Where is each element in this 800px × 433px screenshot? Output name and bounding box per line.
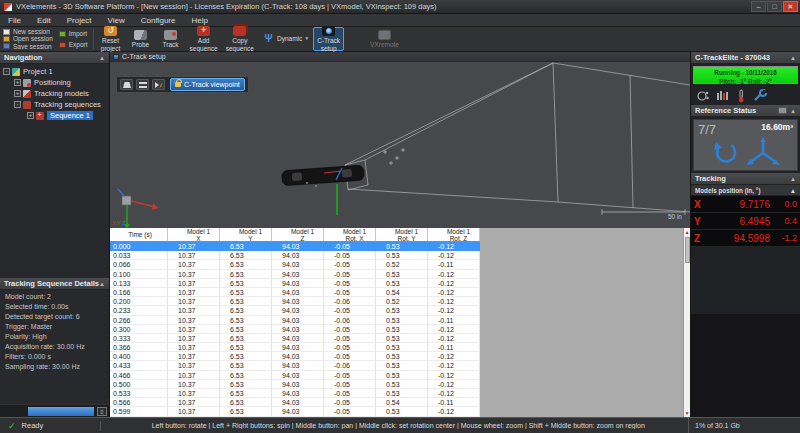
table-cell: 0.466	[110, 371, 168, 380]
tree-expander-icon[interactable]: +	[14, 79, 21, 86]
table-cell: 94.03	[272, 306, 324, 315]
table-scrollbar[interactable]: ▲ ▼	[683, 228, 690, 417]
column-header[interactable]: Model 1Y	[220, 228, 272, 241]
title-bar[interactable]: VXelements - 3D Software Platform - [New…	[0, 0, 800, 14]
c-track-viewpoint-button[interactable]: C-Track viewpoint	[170, 78, 245, 91]
table-row[interactable]: 0.53310.376.5394.03-0.050.53-0.12	[110, 389, 480, 398]
sidebar-item-project-1[interactable]: -Project 1	[0, 66, 109, 77]
targets-detection-icon[interactable]	[696, 89, 710, 103]
c-track-setup-button[interactable]: C-Track setup	[313, 27, 344, 51]
table-cell: 6.53	[220, 334, 272, 343]
table-row[interactable]: 0.10010.376.5394.03-0.050.53-0.12	[110, 270, 480, 279]
collapse-icon[interactable]: ▲	[790, 105, 796, 117]
table-cell: 94.03	[272, 260, 324, 269]
collapse-icon[interactable]: ▲	[790, 173, 796, 185]
memory-progress-strip: ≡	[0, 404, 109, 417]
calibration-icon[interactable]	[716, 89, 730, 103]
scroll-thumb[interactable]	[685, 237, 690, 263]
models-position-row-z: Z94.5998-1.2	[691, 230, 800, 247]
sidebar-item-tracking-models[interactable]: +Tracking models	[0, 88, 109, 99]
collapse-icon[interactable]: ▲	[790, 185, 796, 195]
table-cell: 0.000	[110, 242, 168, 251]
vxremote-icon	[378, 30, 391, 40]
sequence-details-header[interactable]: Tracking Sequence Details ▲	[0, 278, 109, 290]
table-row[interactable]: 0.00010.376.5394.03-0.050.53-0.12	[110, 242, 480, 251]
table-row[interactable]: 0.06610.376.5394.03-0.050.52-0.11	[110, 260, 480, 269]
menu-edit[interactable]: Edit	[29, 14, 59, 27]
status-bar: ✓ Ready Left button: rotate | Left + Rig…	[0, 417, 800, 433]
table-row[interactable]: 0.23310.376.5394.03-0.050.53-0.12	[110, 306, 480, 315]
split-view-icon[interactable]	[136, 79, 149, 90]
reset-project-button[interactable]: ↺Reset project	[96, 27, 126, 51]
column-header[interactable]: Time (s)	[110, 228, 168, 241]
column-header[interactable]: Model 1Rot. Z	[428, 228, 480, 241]
menu-configure[interactable]: Configure	[133, 14, 184, 27]
table-row[interactable]: 0.03310.376.5394.03-0.050.53-0.12	[110, 251, 480, 260]
table-row[interactable]: 0.13310.376.5394.03-0.050.53-0.12	[110, 279, 480, 288]
table-row[interactable]: 0.40010.376.5394.03-0.050.53-0.12	[110, 352, 480, 361]
new-session-button[interactable]: New session	[3, 28, 53, 35]
sidebar-item-tracking-sequences[interactable]: -Tracking sequences	[0, 99, 109, 110]
column-header[interactable]: Model 1Z	[272, 228, 324, 241]
maximize-button[interactable]: □	[767, 1, 782, 12]
column-header[interactable]: Model 1Rot. Y	[376, 228, 428, 241]
table-row[interactable]: 0.20010.376.5394.03-0.060.52-0.12	[110, 297, 480, 306]
scale-label: 50 in	[668, 213, 682, 220]
save-session-button[interactable]: Save session	[3, 43, 53, 50]
import-button[interactable]: Import	[59, 30, 88, 37]
tree-expander-icon[interactable]: +	[27, 112, 34, 119]
reference-frame-icon	[709, 137, 783, 169]
menu-help[interactable]: Help	[183, 14, 215, 27]
viewport-3d[interactable]: C-Track setup	[110, 52, 690, 228]
temperature-icon[interactable]	[736, 89, 746, 103]
collapse-icon[interactable]: ▲	[99, 52, 105, 64]
reference-status-header[interactable]: Reference Status ▲	[691, 105, 800, 117]
camera-view-icon[interactable]	[778, 107, 787, 114]
probe-button[interactable]: Probe	[126, 27, 156, 51]
tree-expander-icon[interactable]: -	[3, 68, 10, 75]
configuration-icon[interactable]	[752, 89, 768, 103]
sidebar-item-sequence-1[interactable]: +Sequence 1	[0, 110, 109, 121]
tree-expander-icon[interactable]: +	[14, 90, 21, 97]
table-row[interactable]: 0.59910.376.5394.03-0.050.53-0.12	[110, 407, 480, 416]
open-session-button[interactable]: Open session	[3, 35, 53, 42]
viewport-canvas[interactable]: C-Track viewpoint 50 in XYZ	[110, 62, 690, 228]
export-button[interactable]: Export	[59, 41, 88, 48]
column-header[interactable]: Model 1Rot. X	[324, 228, 376, 241]
menu-view[interactable]: View	[100, 14, 133, 27]
collapse-icon[interactable]: ▲	[790, 52, 796, 64]
tracking-header[interactable]: Tracking ▲	[691, 173, 800, 185]
table-row[interactable]: 0.50010.376.5394.03-0.050.53-0.12	[110, 380, 480, 389]
table-row[interactable]: 0.16610.376.5394.03-0.050.54-0.12	[110, 288, 480, 297]
add-sequence-button[interactable]: +Add sequence	[186, 27, 222, 51]
table-row[interactable]: 0.30010.376.5394.03-0.050.53-0.12	[110, 325, 480, 334]
close-button[interactable]: ✕	[783, 1, 798, 12]
table-row[interactable]: 0.36610.376.5394.03-0.050.53-0.11	[110, 343, 480, 352]
table-cell: 6.53	[220, 242, 272, 251]
table-row[interactable]: 0.26610.376.5394.03-0.060.53-0.11	[110, 316, 480, 325]
copy-sequence-button[interactable]: Copy sequence	[222, 27, 258, 51]
tree-expander-icon[interactable]: -	[14, 101, 21, 108]
reset-project-icon: ↺	[104, 26, 117, 36]
save-session-icon	[3, 43, 10, 49]
minimize-button[interactable]: –	[751, 1, 766, 12]
navigation-header[interactable]: Navigation ▲	[0, 52, 109, 64]
c-track-header[interactable]: C-TrackElite - 870043 ▲	[691, 52, 800, 64]
models-position-header[interactable]: Models position (in, °) ▲	[691, 185, 800, 196]
table-row[interactable]: 0.56610.376.5394.03-0.050.54-0.11	[110, 398, 480, 407]
list-menu-button[interactable]: ≡	[97, 407, 107, 416]
table-row[interactable]: 0.33310.376.5394.03-0.050.53-0.12	[110, 334, 480, 343]
dynamic-button[interactable]: ΨDynamic▼	[258, 27, 313, 51]
table-row[interactable]: 0.43310.376.5394.03-0.060.53-0.12	[110, 361, 480, 370]
menu-project[interactable]: Project	[59, 14, 100, 27]
sidebar-item-positioning[interactable]: +Positioning	[0, 77, 109, 88]
table-row[interactable]: 0.46610.376.5394.03-0.050.53-0.12	[110, 371, 480, 380]
track-button[interactable]: Track	[156, 27, 186, 51]
collapse-icon[interactable]: ▲	[99, 278, 105, 290]
view-frustum-icon[interactable]	[120, 79, 133, 90]
projector-alert-icon[interactable]	[152, 79, 165, 90]
column-header[interactable]: Model 1X	[168, 228, 220, 241]
dropdown-arrow-icon[interactable]: ▼	[304, 36, 309, 42]
menu-file[interactable]: File	[0, 14, 29, 27]
probe-icon	[134, 30, 147, 40]
